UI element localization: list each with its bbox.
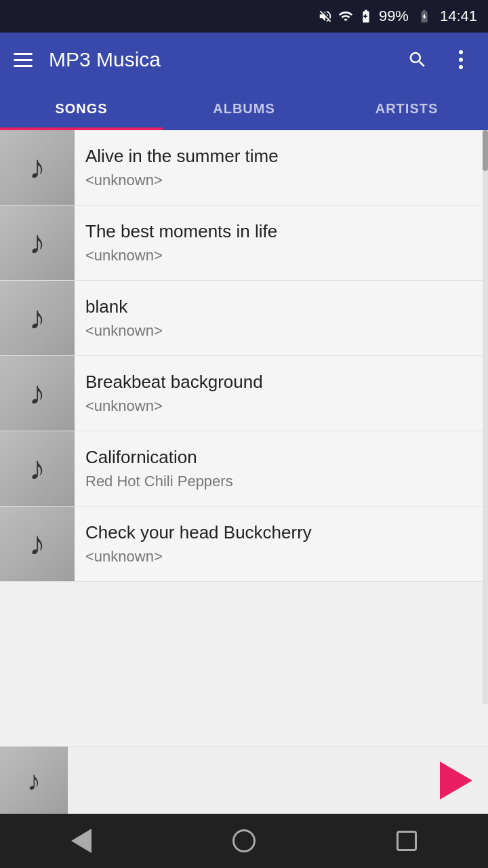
app-title: MP3 Musica xyxy=(49,48,388,71)
wifi-icon xyxy=(338,9,353,24)
battery-percent: 99% xyxy=(379,7,409,25)
recents-icon xyxy=(396,831,417,851)
now-playing-bar[interactable]: ♪ xyxy=(0,746,488,814)
song-artist: <unknown> xyxy=(85,397,474,415)
song-item[interactable]: ♪ blank <unknown> xyxy=(0,281,488,356)
song-item[interactable]: ♪ Alive in the summer time <unknown> xyxy=(0,130,488,205)
recents-button[interactable] xyxy=(380,814,434,868)
now-playing-music-note-icon: ♪ xyxy=(27,767,41,794)
battery-icon xyxy=(414,9,434,24)
scrollbar-thumb[interactable] xyxy=(483,130,488,171)
song-artist: <unknown> xyxy=(85,172,474,189)
play-button[interactable] xyxy=(430,757,477,804)
song-artist: <unknown> xyxy=(85,247,474,264)
music-note-icon: ♪ xyxy=(29,528,45,560)
song-title: Alive in the summer time xyxy=(85,146,474,167)
song-artist: <unknown> xyxy=(85,322,474,340)
song-title: blank xyxy=(85,296,474,317)
song-title: The best moments in life xyxy=(85,221,474,242)
song-thumbnail: ♪ xyxy=(0,356,75,431)
back-button[interactable] xyxy=(54,814,108,868)
song-info: Alive in the summer time <unknown> xyxy=(85,146,480,189)
song-thumbnail: ♪ xyxy=(0,205,75,280)
mute-icon xyxy=(318,9,333,24)
play-icon xyxy=(440,762,472,800)
now-playing-thumbnail: ♪ xyxy=(0,747,68,814)
home-button[interactable] xyxy=(217,814,271,868)
song-title: Check your head Buckcherry xyxy=(85,522,474,543)
music-note-icon: ♪ xyxy=(29,452,45,485)
tab-artists[interactable]: ARTISTS xyxy=(325,87,488,130)
music-note-icon: ♪ xyxy=(29,151,45,184)
back-icon xyxy=(71,829,92,853)
search-button[interactable] xyxy=(404,46,431,73)
song-info: blank <unknown> xyxy=(85,296,480,339)
scrollbar[interactable] xyxy=(483,130,488,704)
song-info: Breakbeat background <unknown> xyxy=(85,372,480,414)
home-icon xyxy=(232,829,256,852)
song-item[interactable]: ♪ Breakbeat background <unknown> xyxy=(0,356,488,431)
status-icons: 99% 14:41 xyxy=(318,7,477,25)
battery-save-icon xyxy=(359,9,373,24)
time-display: 14:41 xyxy=(440,7,477,25)
song-artist: <unknown> xyxy=(85,548,474,566)
song-item[interactable]: ♪ Californication Red Hot Chili Peppers xyxy=(0,431,488,507)
status-bar: 99% 14:41 xyxy=(0,0,488,33)
song-info: The best moments in life <unknown> xyxy=(85,221,480,264)
song-list: ♪ Alive in the summer time <unknown> ♪ T… xyxy=(0,130,488,704)
tab-albums[interactable]: ALBUMS xyxy=(163,87,325,130)
song-item[interactable]: ♪ The best moments in life <unknown> xyxy=(0,205,488,281)
song-thumbnail: ♪ xyxy=(0,507,75,581)
overflow-menu-button[interactable] xyxy=(447,46,474,73)
search-icon xyxy=(407,50,428,70)
music-note-icon: ♪ xyxy=(29,226,45,259)
tab-songs[interactable]: SONGS xyxy=(0,87,163,130)
tab-bar: SONGS ALBUMS ARTISTS xyxy=(0,87,488,130)
app-bar: MP3 Musica xyxy=(0,33,488,87)
song-artist: Red Hot Chili Peppers xyxy=(85,473,474,490)
song-info: Californication Red Hot Chili Peppers xyxy=(85,447,480,490)
song-thumbnail: ♪ xyxy=(0,281,75,355)
song-item[interactable]: ♪ Check your head Buckcherry <unknown> xyxy=(0,507,488,582)
music-note-icon: ♪ xyxy=(29,302,45,334)
song-thumbnail: ♪ xyxy=(0,431,75,506)
navigation-bar xyxy=(0,814,488,868)
song-thumbnail: ♪ xyxy=(0,130,75,205)
music-note-icon: ♪ xyxy=(29,377,45,410)
song-title: Californication xyxy=(85,447,474,468)
song-title: Breakbeat background xyxy=(85,372,474,393)
song-info: Check your head Buckcherry <unknown> xyxy=(85,522,480,565)
hamburger-menu-button[interactable] xyxy=(14,53,33,67)
overflow-icon xyxy=(459,50,463,69)
